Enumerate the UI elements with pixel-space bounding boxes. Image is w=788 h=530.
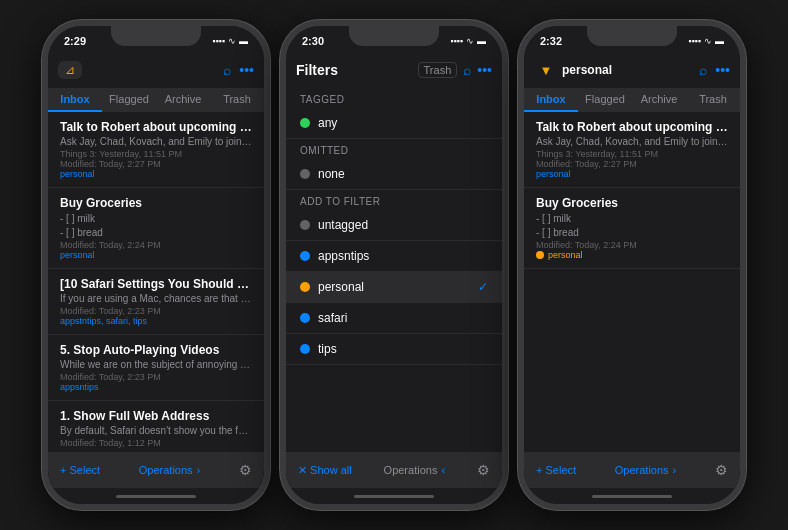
signal-icon-left: ▪▪▪▪ <box>212 36 225 46</box>
tab-inbox-left[interactable]: Inbox <box>48 88 102 112</box>
add-to-filter-label: ADD TO FILTER <box>286 190 502 210</box>
home-indicator-right <box>524 488 740 504</box>
gear-button-left[interactable]: ⚙ <box>239 462 252 478</box>
tab-archive-right[interactable]: Archive <box>632 88 686 112</box>
task-source-r1: Things 3: Yesterday, 11:51 PM <box>536 149 728 159</box>
nav-bar-right: ▼ personal ⌕ ••• <box>524 52 740 88</box>
task-desc-3: If you are using a Mac, chances are that… <box>60 293 252 304</box>
tab-trash-left[interactable]: Trash <box>210 88 264 112</box>
grocery-line-r1: - [ ] milk <box>536 212 728 226</box>
wifi-icon-left: ∿ <box>228 36 236 46</box>
task-item-r1[interactable]: Talk to Robert about upcoming party... A… <box>524 112 740 188</box>
task-title-3: [10 Safari Settings You Should Pay At... <box>60 277 252 291</box>
tab-flagged-left[interactable]: Flagged <box>102 88 156 112</box>
home-indicator-middle <box>286 488 502 504</box>
content-left: Talk to Robert about upcoming party... A… <box>48 112 264 452</box>
tab-archive-left[interactable]: Archive <box>156 88 210 112</box>
task-title-2: Buy Groceries <box>60 196 252 210</box>
more-button-left[interactable]: ••• <box>239 62 254 78</box>
task-title-5: 1. Show Full Web Address <box>60 409 252 423</box>
filter-icon-right[interactable]: ▼ <box>534 63 558 78</box>
show-all-button[interactable]: ✕ Show all <box>298 464 352 477</box>
gear-button-right[interactable]: ⚙ <box>715 462 728 478</box>
status-time-left: 2:29 <box>64 35 86 47</box>
task-tag-r1: personal <box>536 169 728 179</box>
home-bar-middle <box>354 495 434 498</box>
task-item-4[interactable]: 5. Stop Auto-Playing Videos While we are… <box>48 335 264 401</box>
operations-button-right[interactable]: Operations <box>615 464 669 476</box>
search-button-middle[interactable]: ⌕ <box>463 62 471 78</box>
ops-right: Operations › <box>615 464 676 476</box>
search-button-right[interactable]: ⌕ <box>699 62 707 78</box>
filter-none[interactable]: none <box>286 159 502 190</box>
operations-button-left[interactable]: Operations <box>139 464 193 476</box>
filter-label-untagged: untagged <box>318 218 488 232</box>
task-item-r2[interactable]: Buy Groceries - [ ] milk - [ ] bread Mod… <box>524 188 740 269</box>
filter-dot-any <box>300 118 310 128</box>
filter-label-any: any <box>318 116 488 130</box>
filter-dot-tips <box>300 344 310 354</box>
signal-icon-middle: ▪▪▪▪ <box>450 36 463 46</box>
grocery-line-2: - [ ] bread <box>60 226 252 240</box>
task-modified-1: Modified: Today, 2:27 PM <box>60 159 252 169</box>
task-modified-4: Modified: Today, 2:23 PM <box>60 372 252 382</box>
task-tag-3: appstntips, safari, tips <box>60 316 252 326</box>
phone-middle-screen: 2:30 ▪▪▪▪ ∿ ▬ Filters Trash ⌕ ••• T <box>286 26 502 504</box>
filter-personal[interactable]: personal ✓ <box>286 272 502 303</box>
tab-bar-left: Inbox Flagged Archive Trash <box>48 88 264 112</box>
operations-button-middle: Operations <box>384 464 438 476</box>
tab-inbox-right[interactable]: Inbox <box>524 88 578 112</box>
tab-flagged-right[interactable]: Flagged <box>578 88 632 112</box>
task-desc-5: By default, Safari doesn't show you the … <box>60 425 252 436</box>
grocery-line-r2: - [ ] bread <box>536 226 728 240</box>
task-item-1[interactable]: Talk to Robert about upcoming party... A… <box>48 112 264 188</box>
grocery-line-1: - [ ] milk <box>60 212 252 226</box>
status-icons-middle: ▪▪▪▪ ∿ ▬ <box>450 36 486 46</box>
select-button-right[interactable]: + Select <box>536 464 576 476</box>
phone-right-screen: 2:32 ▪▪▪▪ ∿ ▬ ▼ personal ⌕ ••• <box>524 26 740 504</box>
filter-label-tips: tips <box>318 342 488 356</box>
task-item-2[interactable]: Buy Groceries - [ ] milk - [ ] bread Mod… <box>48 188 264 269</box>
filter-any[interactable]: any <box>286 108 502 139</box>
wifi-icon-middle: ∿ <box>466 36 474 46</box>
nav-actions-right: ⌕ ••• <box>699 62 730 78</box>
task-modified-2: Modified: Today, 2:24 PM <box>60 240 252 250</box>
task-source-1: Things 3: Yesterday, 11:51 PM <box>60 149 252 159</box>
more-button-middle[interactable]: ••• <box>477 62 492 78</box>
trash-tab-middle[interactable]: Trash <box>418 62 458 78</box>
phones-container: 2:29 ▪▪▪▪ ∿ ▬ ⊿ ⌕ ••• Inbox <box>34 12 754 518</box>
phone-left-screen: 2:29 ▪▪▪▪ ∿ ▬ ⊿ ⌕ ••• Inbox <box>48 26 264 504</box>
battery-icon-middle: ▬ <box>477 36 486 46</box>
task-title-1: Talk to Robert about upcoming party... <box>60 120 252 134</box>
task-tag-1: personal <box>60 169 252 179</box>
task-item-3[interactable]: [10 Safari Settings You Should Pay At...… <box>48 269 264 335</box>
battery-icon-left: ▬ <box>239 36 248 46</box>
signal-icon-right: ▪▪▪▪ <box>688 36 701 46</box>
tab-trash-right[interactable]: Trash <box>686 88 740 112</box>
task-grocery-r2: - [ ] milk - [ ] bread <box>536 212 728 240</box>
content-right: Talk to Robert about upcoming party... A… <box>524 112 740 452</box>
task-item-5[interactable]: 1. Show Full Web Address By default, Saf… <box>48 401 264 452</box>
filter-tips[interactable]: tips <box>286 334 502 365</box>
task-tag-4: appsntips <box>60 382 252 392</box>
task-title-r2: Buy Groceries <box>536 196 728 210</box>
status-time-middle: 2:30 <box>302 35 324 47</box>
nav-actions-middle: Trash ⌕ ••• <box>418 62 492 78</box>
select-button-left[interactable]: + Select <box>60 464 100 476</box>
filter-icon-left[interactable]: ⊿ <box>58 61 82 79</box>
task-modified-3: Modified: Today, 2:23 PM <box>60 306 252 316</box>
filter-appsntips[interactable]: appsntips <box>286 241 502 272</box>
phone-right: 2:32 ▪▪▪▪ ∿ ▬ ▼ personal ⌕ ••• <box>518 20 746 510</box>
filter-untagged[interactable]: untagged <box>286 210 502 241</box>
task-desc-1: Ask Jay, Chad, Kovach, and Emily to join… <box>60 136 252 147</box>
wifi-icon-right: ∿ <box>704 36 712 46</box>
gear-button-middle[interactable]: ⚙ <box>477 462 490 478</box>
filter-label-safari: safari <box>318 311 488 325</box>
more-button-right[interactable]: ••• <box>715 62 730 78</box>
personal-dot-r2 <box>536 251 544 259</box>
filter-safari[interactable]: safari <box>286 303 502 334</box>
search-button-left[interactable]: ⌕ <box>223 62 231 78</box>
task-tag-2: personal <box>60 250 252 260</box>
status-icons-left: ▪▪▪▪ ∿ ▬ <box>212 36 248 46</box>
home-bar-right <box>592 495 672 498</box>
